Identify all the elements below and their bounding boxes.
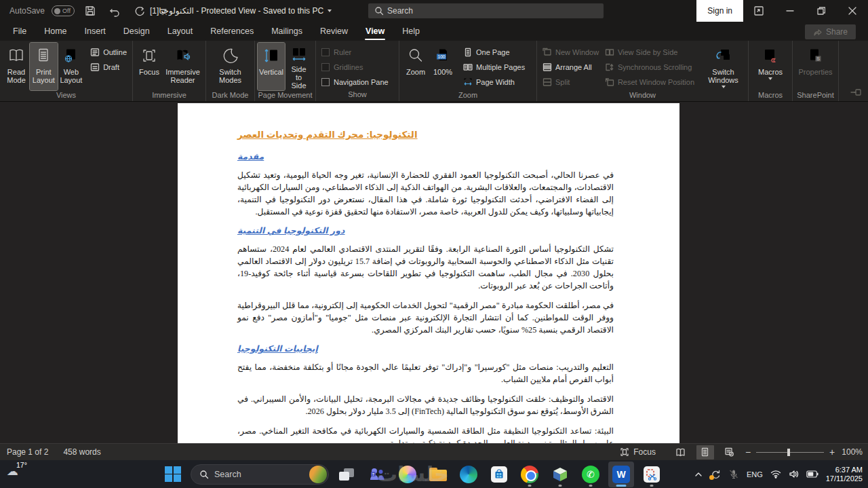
chrome-button[interactable] xyxy=(517,462,542,487)
file-explorer-button[interactable] xyxy=(425,462,451,487)
minimize-button[interactable] xyxy=(774,0,806,22)
tab-references[interactable]: References xyxy=(201,23,262,41)
tab-mailings[interactable]: Mailings xyxy=(262,23,311,41)
microphone-muted-icon[interactable] xyxy=(728,469,739,480)
whatsapp-button[interactable]: ✆ xyxy=(578,462,604,487)
focus-mode-button[interactable]: Focus xyxy=(620,447,656,457)
zoom-slider-thumb[interactable] xyxy=(787,449,790,456)
print-layout-view-icon[interactable] xyxy=(696,445,714,459)
tab-layout[interactable]: Layout xyxy=(159,23,202,41)
web-layout-button[interactable]: Web Layout xyxy=(58,43,85,90)
tab-home[interactable]: Home xyxy=(35,23,75,41)
onedrive-sync-icon[interactable] xyxy=(710,469,721,480)
teams-button[interactable]: T xyxy=(364,462,390,487)
zoom-100-button[interactable]: 100 100% xyxy=(429,43,456,90)
read-mode-view-icon[interactable] xyxy=(672,445,690,459)
store-button[interactable] xyxy=(486,462,512,487)
zoom-slider[interactable]: − + xyxy=(745,447,835,457)
vertical-icon xyxy=(262,45,280,66)
read-mode-button[interactable]: Read Mode xyxy=(3,43,30,90)
collapse-ribbon-icon[interactable] xyxy=(850,87,861,99)
synchronous-scrolling-icon xyxy=(605,62,614,72)
reset-window-position-button: Reset Window Position xyxy=(602,75,697,88)
microsoft-store-icon xyxy=(491,466,507,483)
cube-app-button[interactable] xyxy=(547,462,573,487)
copilot-button[interactable] xyxy=(395,462,420,487)
checkbox xyxy=(321,63,330,71)
document-canvas[interactable]: التكنولوجيا: محرك التقدم وتحديات العصر م… xyxy=(0,102,868,443)
word-icon: W xyxy=(612,466,630,483)
reset-window-position-label: Reset Window Position xyxy=(618,78,694,86)
zoom-slider-track[interactable] xyxy=(756,452,824,453)
search-highlight-image[interactable] xyxy=(309,466,327,483)
zoom-in-button[interactable]: + xyxy=(829,447,835,457)
start-button[interactable] xyxy=(160,462,186,487)
focus-button[interactable]: Focus xyxy=(136,43,163,90)
new-window-label: New Window xyxy=(555,48,599,56)
checkbox[interactable] xyxy=(321,78,330,86)
word-button[interactable]: W xyxy=(608,462,634,487)
immersive-reader-button[interactable]: Immersive Reader xyxy=(163,43,203,90)
title-dropdown-caret[interactable] xyxy=(328,10,332,12)
switch-modes-button[interactable]: Switch Modes xyxy=(209,43,252,90)
properties-label: Properties xyxy=(798,68,832,76)
tab-design[interactable]: Design xyxy=(115,23,159,41)
outline-button[interactable]: Outline xyxy=(87,45,130,58)
tab-file[interactable]: File xyxy=(4,23,35,41)
document-page[interactable]: التكنولوجيا: محرك التقدم وتحديات العصر م… xyxy=(178,103,679,443)
hidden-icons-chevron[interactable] xyxy=(694,472,703,477)
vertical-button[interactable]: Vertical xyxy=(258,43,285,90)
multiple-pages-button[interactable]: Multiple Pages xyxy=(460,60,528,73)
sign-in-button[interactable]: Sign in xyxy=(696,0,743,22)
page-width-button[interactable]: Page Width xyxy=(460,75,528,88)
arrange-all-button[interactable]: Arrange All xyxy=(540,60,602,73)
task-view-button[interactable] xyxy=(334,462,359,487)
doc-paragraph: تشكل التكنولوجيا أساس الثورة الصناعية ال… xyxy=(237,243,614,292)
restore-button[interactable] xyxy=(806,0,837,22)
autosave-toggle[interactable]: Off xyxy=(52,5,75,16)
read-mode-icon xyxy=(7,45,25,66)
draft-button[interactable]: Draft xyxy=(87,60,130,73)
web-layout-view-icon[interactable] xyxy=(721,445,738,459)
zoom-out-button[interactable]: − xyxy=(745,447,751,457)
taskbar: 17° ☁ Search T ✆ W xyxy=(0,460,868,488)
date: 17/11/2025 xyxy=(826,474,863,483)
wifi-icon[interactable] xyxy=(770,470,781,478)
edge-button[interactable] xyxy=(456,462,481,487)
tab-review[interactable]: Review xyxy=(311,23,357,41)
clock[interactable]: 6:37 AM 17/11/2025 xyxy=(826,466,863,483)
language-indicator[interactable]: ENG xyxy=(747,470,763,478)
battery-icon[interactable] xyxy=(806,470,818,478)
page-width-label: Page Width xyxy=(476,78,515,86)
ribbon-search-box[interactable]: Search xyxy=(368,3,604,18)
side-to-side-button[interactable]: Side to Side xyxy=(285,43,313,90)
tab-view[interactable]: View xyxy=(357,23,393,41)
one-page-button[interactable]: One Page xyxy=(460,45,528,58)
print-layout-icon xyxy=(35,45,52,66)
macros-button[interactable]: Macros xyxy=(755,43,785,90)
zoom-button[interactable]: Zoom xyxy=(402,43,429,90)
taskbar-search[interactable]: Search xyxy=(191,464,329,485)
save-icon[interactable] xyxy=(81,2,99,20)
running-indicator xyxy=(528,485,532,487)
speaker-icon[interactable] xyxy=(789,470,799,478)
ribbon: Read Mode Print Layout Web Layout Outlin… xyxy=(0,41,868,102)
web-layout-label: Web Layout xyxy=(60,68,82,84)
print-layout-button[interactable]: Print Layout xyxy=(30,43,58,90)
tab-insert[interactable]: Insert xyxy=(76,23,115,41)
cube-app-icon xyxy=(551,466,569,483)
page-count[interactable]: Page 1 of 2 xyxy=(7,447,48,457)
close-button[interactable] xyxy=(837,0,868,22)
ribbon-display-options-icon[interactable] xyxy=(743,0,774,22)
switch-windows-button[interactable]: Switch Windows xyxy=(701,43,745,90)
navigation-pane-checkbox[interactable]: Navigation Pane xyxy=(319,75,391,88)
tab-help[interactable]: Help xyxy=(393,23,429,41)
zoom-percentage[interactable]: 100% xyxy=(842,447,863,457)
weather-widget[interactable]: 17° ☁ xyxy=(7,462,27,475)
share-button[interactable]: Share xyxy=(805,24,856,39)
word-count[interactable]: 458 words xyxy=(63,447,100,457)
view-side-by-side-button: View Side by Side xyxy=(602,45,697,58)
snipping-tool-button[interactable] xyxy=(639,462,665,487)
windows-logo-icon xyxy=(165,466,181,483)
group-label-views: Views xyxy=(0,90,132,101)
